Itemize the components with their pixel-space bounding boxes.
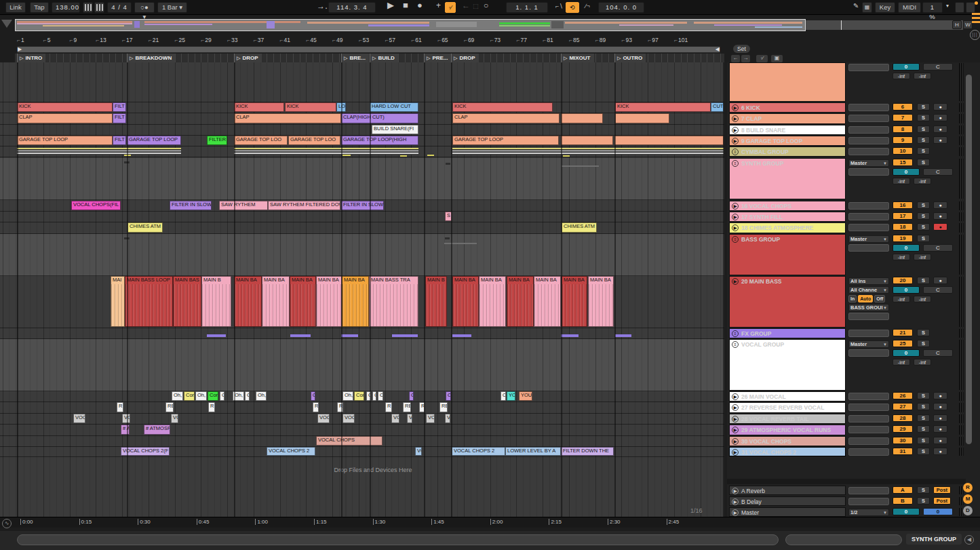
clip[interactable]: CUT [711, 102, 724, 112]
clip[interactable]: GARAGE TOP LOOP [452, 136, 559, 145]
track-name-cell[interactable]: ▶16 VOCAL CHOPS [729, 201, 846, 211]
arm-button[interactable]: ● [933, 136, 947, 144]
track-name-cell[interactable]: ▶18 CHIMES ATMOSPHERE [729, 222, 846, 233]
clip[interactable]: Oh, [195, 391, 207, 401]
send-a-field[interactable]: -inf [893, 359, 910, 366]
volume-field[interactable]: 0 [893, 349, 920, 357]
io-box[interactable] [848, 202, 889, 210]
pan-field[interactable]: C [923, 349, 953, 357]
clip[interactable]: GARAGE TOP LOOP(HIGH [341, 136, 418, 145]
clip[interactable]: RE [439, 402, 448, 412]
solo-button[interactable]: S [917, 414, 930, 422]
track-name-cell[interactable]: ▶28 VOCAL REVERB TAIL [729, 414, 846, 424]
clip[interactable] [615, 113, 669, 123]
track-activator[interactable]: 21 [893, 329, 913, 336]
solo-button[interactable]: S [917, 103, 930, 111]
clip[interactable]: C [378, 391, 383, 401]
automation-arm-icon[interactable]: ◦⁄ [445, 2, 456, 13]
track-name-cell[interactable]: ≡BASS GROUP [729, 234, 846, 275]
browser-toggle-icon[interactable] [1, 20, 12, 28]
io-box[interactable] [848, 426, 889, 433]
io-box[interactable] [848, 126, 889, 134]
computer-midi-keyboard-icon[interactable]: ▦ [862, 2, 872, 13]
clip[interactable]: VOCAL CHOPS 2 [267, 447, 315, 456]
clip[interactable]: MAIN BA [342, 276, 369, 327]
clip[interactable]: CHIMES ATM [128, 222, 163, 233]
pre-post-toggle[interactable]: Post [933, 486, 951, 494]
nudge-down-button[interactable] [83, 2, 93, 13]
clip[interactable]: GARAGE TOP LOO [288, 136, 340, 145]
io-box[interactable] [848, 244, 889, 252]
clip[interactable]: C [220, 391, 224, 401]
arm-button[interactable]: ● [933, 437, 947, 444]
io-box[interactable] [848, 224, 889, 231]
io-box[interactable] [848, 313, 889, 320]
clip[interactable]: VOCAL CHOPS 2 [452, 447, 505, 456]
io-box[interactable] [848, 330, 889, 337]
clip[interactable]: O [409, 391, 414, 401]
arrangement-loop-brace[interactable]: ▶ ◀ [17, 46, 720, 53]
track-activator[interactable]: 7 [893, 114, 913, 121]
clip[interactable]: MAIN BA [479, 276, 506, 327]
track-name-cell[interactable]: ▶8 BUILD SNARE [729, 125, 846, 135]
clip[interactable]: LOWER LEVEL BY A [505, 447, 561, 456]
arm-button[interactable]: ● [933, 223, 947, 231]
track-name-cell[interactable]: ▶31 VOCAL CHOPS 2 [729, 447, 846, 456]
solo-button[interactable]: S [917, 340, 930, 347]
track-activator[interactable]: 30 [893, 437, 913, 444]
clip[interactable]: C [245, 391, 250, 401]
arrangement-position-field[interactable]: 114. 3. 4 [328, 2, 376, 13]
io-box[interactable] [848, 115, 889, 122]
locator-mixout[interactable]: ▷MIXOUT [561, 54, 594, 62]
locator-row[interactable]: ▷INTRO▷BREAKDOWN▷DROP▷BRE...▷BUILD▷PRE..… [15, 54, 724, 62]
clip[interactable]: HARD LOW CUT [370, 102, 418, 112]
arm-button[interactable]: ● [933, 212, 947, 220]
second-window-icon[interactable] [972, 13, 980, 24]
track-activator[interactable]: 26 [893, 392, 913, 399]
volume-field[interactable]: 0 [893, 63, 920, 71]
clip[interactable]: GARAGE TOP LOOP [17, 136, 113, 145]
solo-button[interactable]: S [917, 147, 930, 155]
track-activator[interactable]: 17 [893, 212, 913, 220]
clip[interactable]: MAIN BA [452, 276, 479, 327]
clip[interactable]: SAW RYTHEM FILTERED DOW [268, 201, 340, 210]
track-name-cell[interactable]: ▶26 MAIN VOCAL [729, 391, 846, 401]
arm-button[interactable]: ● [933, 403, 947, 410]
io-box[interactable] [848, 415, 889, 423]
clip[interactable]: FILTER DOWN THE [561, 447, 614, 456]
clip[interactable]: MAIN B [201, 276, 231, 327]
clip[interactable]: VOCAL CHOPS [316, 436, 383, 446]
clip[interactable]: KICK [615, 102, 711, 112]
lock-envelopes-icon[interactable]: ▣ [771, 55, 783, 62]
volume-field[interactable]: 0 [893, 168, 920, 176]
clip[interactable]: FILT [113, 102, 126, 112]
clip[interactable]: V [445, 414, 450, 423]
track-activator[interactable]: 8 [893, 125, 913, 133]
clip[interactable]: CHIMES ATM [562, 222, 597, 233]
routing-menu[interactable]: Master ▼ [848, 340, 889, 348]
track-name-cell[interactable]: ▶29 ATMOSPHERIC VOCAL RUNS [729, 425, 846, 435]
return-activator[interactable]: B [893, 497, 913, 505]
play-button[interactable]: ▶ [384, 1, 397, 12]
pre-post-toggle[interactable]: Post [933, 497, 951, 505]
capture-midi-icon[interactable]: ○ [480, 1, 492, 12]
tempo-field[interactable]: 138.00 [52, 2, 80, 13]
loop-switch-icon[interactable]: ⟲ [566, 2, 579, 13]
clip[interactable]: VO [415, 447, 422, 456]
send-b-field[interactable]: -inf [914, 73, 931, 79]
clip[interactable]: VC [171, 414, 178, 423]
volume-field[interactable]: 0 [893, 286, 920, 294]
clip[interactable]: Con [208, 391, 218, 401]
track-name-cell[interactable]: ≡SYNTH GROUP [729, 158, 846, 199]
quantize-menu[interactable]: 1 Bar ▾ [157, 2, 187, 13]
stop-button[interactable]: ■ [399, 1, 412, 12]
loop-start-marker[interactable]: ▶ [18, 46, 22, 52]
io-box[interactable] [848, 137, 889, 144]
routing-menu[interactable]: All Ins ▼ [848, 277, 889, 285]
track-activator[interactable]: 31 [893, 448, 913, 455]
clip[interactable]: MAI [111, 276, 125, 327]
clip[interactable]: MAIN BA [534, 276, 561, 327]
routing-menu[interactable]: All Channe ▼ [848, 286, 889, 294]
io-box[interactable] [848, 404, 889, 411]
solo-button[interactable]: S [917, 277, 930, 284]
